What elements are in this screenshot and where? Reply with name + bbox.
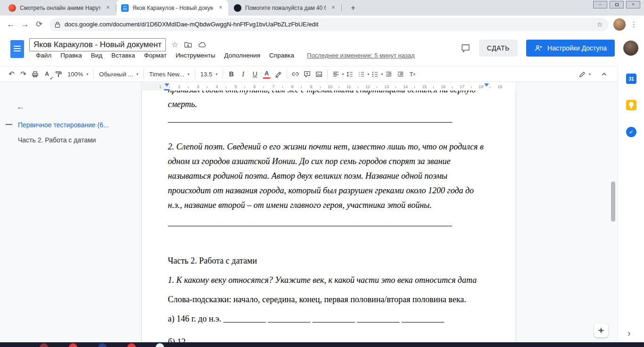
decrease-indent-button[interactable] <box>383 68 395 80</box>
taskbar-app-icon[interactable] <box>127 343 136 347</box>
docs-logo-icon[interactable] <box>10 40 24 58</box>
browser-menu-icon[interactable]: ⋮ <box>630 20 637 29</box>
zoom-select[interactable]: 100%▾ <box>65 68 91 80</box>
redo-button[interactable]: ↷ <box>17 68 29 80</box>
toolbar-divider <box>327 69 328 79</box>
outline-item-active[interactable]: Первичное тестирование (6... <box>18 121 131 129</box>
tab-close-icon[interactable]: × <box>330 4 337 12</box>
window-minimize-button[interactable]: – <box>593 1 607 8</box>
first-line-indent-marker[interactable] <box>164 89 170 91</box>
taskbar-app-icon[interactable] <box>156 343 164 347</box>
browser-tab-docs-active[interactable]: Яков Каракулов - Новый докум × <box>116 0 228 16</box>
chevron-down-icon: ▾ <box>86 72 88 76</box>
screen: Смотреть онлайн аниме Нарут × Яков Карак… <box>0 0 644 347</box>
browser-tab-znanija[interactable]: Помогите пожалуйста дам 40 б × <box>229 0 341 16</box>
browser-tab-anime[interactable]: Смотреть онлайн аниме Нарут × <box>4 0 116 16</box>
back-button[interactable]: ← <box>4 20 18 29</box>
last-edit-link[interactable]: Последнее изменение: 5 минут назад <box>307 52 414 59</box>
editing-mode-button[interactable]: ▾ <box>578 68 591 80</box>
url-text: docs.google.com/document/d/1D6DXMdIDae-m… <box>65 21 593 28</box>
italic-button[interactable]: I <box>237 68 249 80</box>
outline-item[interactable]: Часть 2. Работа с датами <box>18 136 131 144</box>
forward-button[interactable]: → <box>18 20 32 29</box>
document-title-row: Яков Каракулов - Новый документ ☆ <box>29 38 206 51</box>
document-text[interactable]: приказал своим отступать, сам же с тремя… <box>168 83 488 342</box>
align-button[interactable] <box>330 68 342 80</box>
doc-line: смерть. <box>168 97 488 112</box>
close-outline-button[interactable]: ← <box>16 102 25 112</box>
doc-line: называться родиной поэта. Автор двух вел… <box>168 169 488 183</box>
menu-edit[interactable]: Правка <box>60 52 82 59</box>
star-document-icon[interactable]: ☆ <box>172 41 178 49</box>
right-indent-marker[interactable] <box>484 83 489 89</box>
taskbar-app-icon[interactable] <box>69 343 77 347</box>
menu-insert[interactable]: Вставка <box>111 52 135 59</box>
vertical-scrollbar[interactable] <box>611 182 615 222</box>
document-page[interactable]: приказал своим отступать, сам же с тремя… <box>141 82 516 342</box>
menu-file[interactable]: Файл <box>36 52 51 59</box>
chevron-down-icon: ▾ <box>589 72 591 76</box>
answer-blank-line: ________________________________________… <box>168 215 488 230</box>
highlight-color-button[interactable] <box>272 68 284 80</box>
bold-button[interactable]: B <box>225 68 237 80</box>
menu-tools[interactable]: Инструменты <box>175 52 215 59</box>
turn-in-button[interactable]: СДАТЬ <box>479 40 518 57</box>
document-status-cloud-icon[interactable] <box>198 41 206 49</box>
google-docs-favicon <box>121 4 129 12</box>
move-to-folder-icon[interactable] <box>184 41 192 49</box>
insert-comment-button[interactable] <box>301 68 313 80</box>
window-close-button[interactable]: × <box>626 1 640 8</box>
outline-position-indicator <box>6 124 12 125</box>
tasks-icon[interactable]: ✓ <box>626 127 636 137</box>
menu-help[interactable]: Справка <box>269 52 294 59</box>
font-family-select[interactable]: Times New...▾ <box>146 68 192 80</box>
menu-view[interactable]: Вид <box>91 52 102 59</box>
new-tab-button[interactable]: + <box>347 2 359 14</box>
anime-site-favicon <box>8 4 16 12</box>
share-button-label: Настройки Доступа <box>547 44 607 52</box>
toolbar-divider <box>195 69 195 79</box>
address-bar[interactable]: docs.google.com/document/d/1D6DXMdIDae-m… <box>49 18 609 31</box>
bulleted-list-button[interactable] <box>369 68 381 80</box>
doc-line: одном из городов азиатской Ионии. До сих… <box>168 154 488 169</box>
calendar-icon[interactable]: 31 <box>626 74 636 84</box>
reload-button[interactable]: ⟳ <box>32 19 46 29</box>
horizontal-ruler[interactable]: 12345678910111213141516171819 <box>141 83 516 91</box>
insert-link-button[interactable] <box>289 68 301 80</box>
explore-button[interactable] <box>594 323 608 338</box>
spellcheck-button[interactable]: A✓ <box>41 68 53 80</box>
toolbar-divider <box>223 69 223 79</box>
keep-icon[interactable] <box>626 100 636 110</box>
account-avatar[interactable] <box>623 41 638 56</box>
taskbar-app-icon[interactable] <box>40 343 48 347</box>
clear-formatting-button[interactable]: Tx <box>406 68 418 80</box>
bookmark-star-icon[interactable]: ☆ <box>597 20 603 29</box>
numbered-list-button[interactable] <box>355 68 367 80</box>
browser-tab-strip: Смотреть онлайн аниме Нарут × Яков Карак… <box>0 0 644 16</box>
comments-icon[interactable] <box>461 43 471 53</box>
paint-format-button[interactable] <box>53 68 65 80</box>
share-button[interactable]: Настройки Доступа <box>526 40 615 57</box>
window-maximize-button[interactable] <box>610 1 624 8</box>
menu-addons[interactable]: Дополнения <box>224 52 260 59</box>
hide-side-panel-button[interactable]: › <box>627 328 631 339</box>
line-spacing-button[interactable] <box>344 68 355 80</box>
doc-line: 2. Слепой поэт. Сведений о его жизни поч… <box>168 140 488 154</box>
taskbar-app-icon[interactable] <box>98 343 107 347</box>
insert-image-button[interactable] <box>313 68 325 80</box>
windows-taskbar[interactable] <box>0 342 644 347</box>
paragraph-style-select[interactable]: Обычный ...▾ <box>96 68 141 80</box>
tab-close-icon[interactable]: × <box>217 4 224 12</box>
menu-format[interactable]: Формат <box>144 52 166 59</box>
text-color-button[interactable]: A <box>261 68 272 80</box>
increase-indent-button[interactable] <box>395 68 406 80</box>
font-size-select[interactable]: 13.5▾ <box>198 68 220 80</box>
document-title-input[interactable]: Яков Каракулов - Новый документ <box>29 38 166 51</box>
print-button[interactable] <box>29 68 41 80</box>
undo-button[interactable]: ↶ <box>6 68 17 80</box>
left-indent-marker[interactable] <box>165 83 169 89</box>
collapse-menus-button[interactable] <box>598 68 610 80</box>
tab-close-icon[interactable]: × <box>104 4 112 12</box>
browser-profile-avatar[interactable] <box>613 18 626 31</box>
underline-button[interactable]: U <box>249 68 261 80</box>
